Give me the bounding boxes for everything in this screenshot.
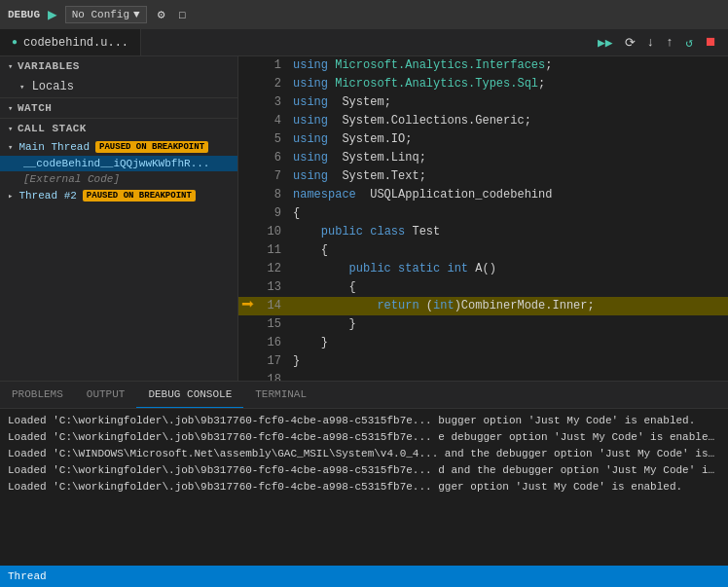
stack-frame-1[interactable]: __codeBehind__iQQjwwKWbfhR... — [0, 156, 237, 171]
line-num-1: 1 — [258, 56, 293, 75]
tab-output[interactable]: OUTPUT — [75, 381, 137, 408]
main-thread-name: Main Thread — [18, 141, 90, 153]
code-line-1: 1 using Microsoft.Analytics.Interfaces; — [238, 56, 728, 75]
code-text-6: using System.Linq; — [293, 149, 426, 167]
code-editor[interactable]: 1 using Microsoft.Analytics.Interfaces; … — [238, 56, 728, 381]
variables-section: ▾ VARIABLES ▾ Locals — [0, 56, 237, 98]
locals-arrow-icon: ▾ — [19, 83, 24, 92]
tab-debug-console-label: DEBUG CONSOLE — [148, 388, 232, 400]
code-line-12: 12 public static int A() — [238, 260, 728, 278]
thread2-badge: PAUSED ON BREAKPOINT — [83, 190, 196, 202]
bottom-tabs: PROBLEMS OUTPUT DEBUG CONSOLE TERMINAL — [0, 382, 728, 409]
stop-icon[interactable]: ⏹ — [702, 35, 720, 50]
main-thread-item[interactable]: ▾ Main Thread PAUSED ON BREAKPOINT — [0, 138, 237, 156]
settings-icon[interactable]: ⚙ — [155, 7, 168, 22]
tab-debug-console[interactable]: DEBUG CONSOLE — [136, 381, 243, 408]
code-line-10: 10 public class Test — [238, 223, 728, 241]
line-num-10: 10 — [258, 223, 293, 241]
code-line-11: 11 { — [238, 241, 728, 260]
watch-section: ▾ WATCH — [0, 98, 237, 119]
log-line-4: Loaded 'C:\workingfolder\.job\9b317760-f… — [8, 462, 720, 479]
call-stack-content: ▾ Main Thread PAUSED ON BREAKPOINT __cod… — [0, 138, 237, 381]
step-out-icon[interactable]: ↑ — [663, 35, 676, 50]
run-button[interactable]: ▶ — [48, 5, 57, 24]
tab-filename: codebehind.u... — [23, 36, 128, 50]
tab-terminal-label: TERMINAL — [255, 388, 307, 400]
line-num-13: 13 — [258, 278, 293, 297]
config-dropdown[interactable]: No Config ▼ — [65, 6, 147, 23]
tab-toolbar: ▶▶ ⟳ ↓ ↑ ↺ ⏹ — [595, 35, 728, 51]
locals-item[interactable]: ▾ Locals — [19, 80, 230, 93]
code-text-7: using System.Text; — [293, 167, 426, 186]
window-icon[interactable]: ☐ — [176, 7, 190, 22]
line-num-3: 3 — [258, 93, 293, 112]
code-text-8: namespace USQLApplication_codebehind — [293, 186, 552, 204]
restart-icon[interactable]: ↺ — [682, 35, 696, 51]
locals-label: Locals — [32, 80, 74, 93]
code-line-15: 15 } — [238, 315, 728, 334]
log-line-1: Loaded 'C:\workingfolder\.job\9b317760-f… — [8, 413, 720, 429]
code-line-17: 17 } — [238, 352, 728, 371]
code-text-12: public static int A() — [293, 260, 496, 278]
line-num-5: 5 — [258, 130, 293, 149]
tab-problems-label: PROBLEMS — [12, 388, 63, 400]
variables-label: VARIABLES — [18, 60, 80, 72]
code-line-13: 13 { — [238, 278, 728, 297]
top-bar: DEBUG ▶ No Config ▼ ⚙ ☐ — [0, 0, 728, 29]
code-text-2: using Microsoft.Analytics.Types.Sql; — [293, 75, 545, 93]
variables-arrow-icon: ▾ — [8, 61, 14, 72]
log-line-3: Loaded 'C:\WINDOWS\Microsoft.Net\assembl… — [8, 446, 720, 462]
line-num-17: 17 — [258, 352, 293, 371]
main-content: ▾ VARIABLES ▾ Locals ▾ WATCH ▾ CALL STAC… — [0, 56, 728, 381]
code-line-8: 8 namespace USQLApplication_codebehind — [238, 186, 728, 204]
status-thread-label: Thread — [8, 570, 47, 582]
thread2-item[interactable]: ▸ Thread #2 PAUSED ON BREAKPOINT — [0, 187, 237, 204]
debug-label: DEBUG — [8, 9, 40, 20]
thread2-name: Thread #2 — [18, 190, 76, 202]
step-over-icon[interactable]: ⟳ — [622, 35, 638, 51]
code-text-4: using System.Collections.Generic; — [293, 112, 531, 130]
line-num-15: 15 — [258, 315, 293, 334]
variables-content: ▾ Locals — [0, 76, 237, 97]
tab-problems[interactable]: PROBLEMS — [0, 381, 75, 408]
code-text-10: public class Test — [293, 223, 440, 241]
call-stack-label: CALL STACK — [18, 123, 87, 134]
code-text-13: { — [293, 278, 356, 297]
code-line-9: 9 { — [238, 204, 728, 223]
config-label: No Config — [72, 9, 129, 20]
main-thread-arrow-icon: ▾ — [8, 142, 13, 153]
main-thread-badge: PAUSED ON BREAKPOINT — [95, 141, 208, 153]
line-num-16: 16 — [258, 334, 293, 352]
call-stack-header[interactable]: ▾ CALL STACK — [0, 119, 237, 138]
line-num-6: 6 — [258, 149, 293, 167]
line-num-2: 2 — [258, 75, 293, 93]
editor-tab[interactable]: ● codebehind.u... — [0, 29, 141, 55]
watch-header[interactable]: ▾ WATCH — [0, 98, 237, 118]
bp-area-14: ⮕ — [238, 297, 258, 315]
line-num-12: 12 — [258, 260, 293, 278]
call-stack-section: ▾ CALL STACK ▾ Main Thread PAUSED ON BRE… — [0, 119, 237, 381]
line-num-7: 7 — [258, 167, 293, 186]
stack-frame-external[interactable]: [External Code] — [0, 171, 237, 187]
call-stack-arrow-icon: ▾ — [8, 124, 14, 134]
code-text-11: { — [293, 241, 328, 260]
continue-icon[interactable]: ▶▶ — [595, 35, 616, 51]
line-num-14: 14 — [258, 297, 293, 315]
stack-frame-1-name: __codeBehind__iQQjwwKWbfhR... — [23, 158, 209, 169]
step-into-icon[interactable]: ↓ — [644, 35, 658, 50]
log-line-5: Loaded 'C:\workingfolder\.job\9b317760-f… — [8, 479, 720, 495]
tab-bar: ● codebehind.u... ▶▶ ⟳ ↓ ↑ ↺ ⏹ — [0, 29, 728, 56]
log-line-2: Loaded 'C:\workingfolder\.job\9b317760-f… — [8, 429, 720, 446]
variables-header[interactable]: ▾ VARIABLES — [0, 56, 237, 76]
code-text-14: return (int)CombinerMode.Inner; — [293, 297, 595, 315]
code-line-7: 7 using System.Text; — [238, 167, 728, 186]
code-line-5: 5 using System.IO; — [238, 130, 728, 149]
current-line-arrow-icon: ⮕ — [241, 297, 255, 315]
thread2-arrow-icon: ▸ — [8, 191, 13, 202]
status-bar: Thread — [0, 566, 728, 587]
code-text-16: } — [293, 334, 328, 352]
bottom-content[interactable]: Loaded 'C:\workingfolder\.job\9b317760-f… — [0, 409, 728, 566]
left-panel: ▾ VARIABLES ▾ Locals ▾ WATCH ▾ CALL STAC… — [0, 56, 238, 381]
code-line-6: 6 using System.Linq; — [238, 149, 728, 167]
tab-terminal[interactable]: TERMINAL — [243, 381, 318, 408]
